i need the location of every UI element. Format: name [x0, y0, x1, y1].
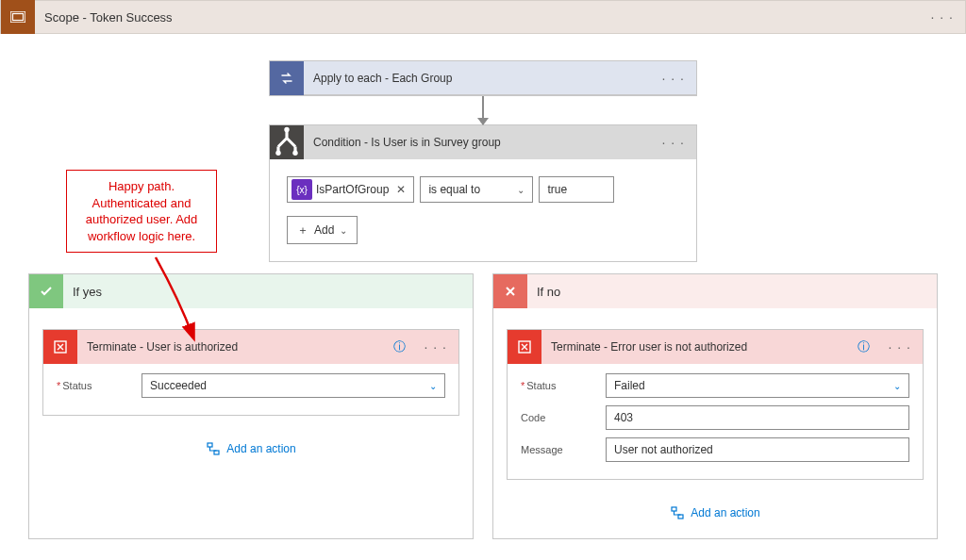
svg-rect-9 [672, 507, 676, 511]
if-no-branch: If no Terminate - Error user is not auth… [492, 273, 938, 539]
scope-menu-button[interactable]: · · · [920, 9, 965, 25]
condition-card: Condition - Is User is in Survey group ·… [269, 124, 697, 262]
condition-value-input[interactable]: true [539, 176, 614, 203]
if-no-header[interactable]: If no [493, 274, 937, 308]
message-input[interactable]: User not authorized [606, 437, 909, 462]
flow-arrow-icon [482, 96, 484, 124]
annotation-box: Happy path. Authenticated and authorized… [66, 170, 217, 253]
apply-title: Apply to each - Each Group [304, 72, 651, 85]
condition-icon [270, 125, 304, 159]
apply-menu-button[interactable]: · · · [651, 71, 696, 86]
help-icon[interactable]: ⓘ [393, 338, 413, 355]
operator-label: is equal to [428, 183, 480, 196]
help-icon[interactable]: ⓘ [858, 338, 877, 355]
terminate-yes-header[interactable]: Terminate - User is authorized ⓘ · · · [43, 330, 458, 364]
check-icon [29, 274, 63, 308]
terminate-icon [43, 330, 77, 364]
status-select-yes[interactable]: Succeeded ⌄ [142, 373, 445, 398]
svg-point-3 [275, 151, 280, 156]
terminate-no-title: Terminate - Error user is not authorized [541, 340, 858, 354]
condition-menu-button[interactable]: · · · [651, 135, 696, 150]
terminate-no-header[interactable]: Terminate - Error user is not authorized… [508, 330, 923, 364]
add-condition-button[interactable]: ＋ Add ⌄ [287, 216, 358, 244]
status-label: *Status [57, 380, 142, 391]
chevron-down-icon: ⌄ [340, 225, 347, 236]
apply-to-each-card[interactable]: Apply to each - Each Group · · · [269, 60, 697, 96]
code-label: Code [521, 412, 606, 423]
terminate-yes-menu[interactable]: · · · [413, 339, 458, 354]
svg-rect-1 [13, 14, 24, 21]
terminate-yes-card: Terminate - User is authorized ⓘ · · · *… [42, 329, 459, 416]
code-input[interactable]: 403 [606, 405, 909, 430]
status-label: *Status [521, 380, 606, 391]
svg-rect-6 [208, 443, 212, 447]
condition-header[interactable]: Condition - Is User is in Survey group ·… [270, 125, 696, 159]
svg-point-4 [292, 151, 297, 156]
loop-icon [270, 61, 304, 95]
fx-icon: {x} [291, 179, 312, 200]
if-yes-branch: If yes Terminate - User is authorized ⓘ … [28, 273, 474, 539]
terminate-icon [508, 330, 541, 364]
chevron-down-icon: ⌄ [429, 381, 437, 391]
if-no-label: If no [527, 285, 560, 299]
add-action-no[interactable]: Add an action [493, 506, 937, 519]
remove-pill-button[interactable]: ✕ [392, 183, 409, 196]
svg-rect-7 [214, 451, 219, 454]
terminate-no-card: Terminate - Error user is not authorized… [507, 329, 924, 480]
add-action-yes[interactable]: Add an action [29, 442, 473, 455]
svg-point-2 [284, 127, 289, 132]
status-select-no[interactable]: Failed ⌄ [606, 373, 909, 398]
scope-title: Scope - Token Success [35, 10, 920, 25]
if-yes-label: If yes [63, 285, 102, 299]
message-label: Message [521, 444, 606, 455]
condition-title: Condition - Is User is in Survey group [304, 136, 651, 149]
plus-icon: ＋ [297, 222, 308, 239]
x-icon [493, 274, 527, 308]
scope-header[interactable]: Scope - Token Success · · · [0, 0, 966, 34]
pill-label: IsPartOfGroup [316, 183, 392, 196]
operator-select[interactable]: is equal to ⌄ [420, 176, 533, 203]
scope-icon [1, 0, 35, 34]
condition-left-operand[interactable]: {x} IsPartOfGroup ✕ [287, 176, 414, 203]
terminate-no-menu[interactable]: · · · [877, 339, 923, 354]
if-yes-header[interactable]: If yes [29, 274, 473, 308]
chevron-down-icon: ⌄ [517, 185, 525, 195]
chevron-down-icon: ⌄ [893, 381, 901, 391]
terminate-yes-title: Terminate - User is authorized [77, 340, 393, 354]
